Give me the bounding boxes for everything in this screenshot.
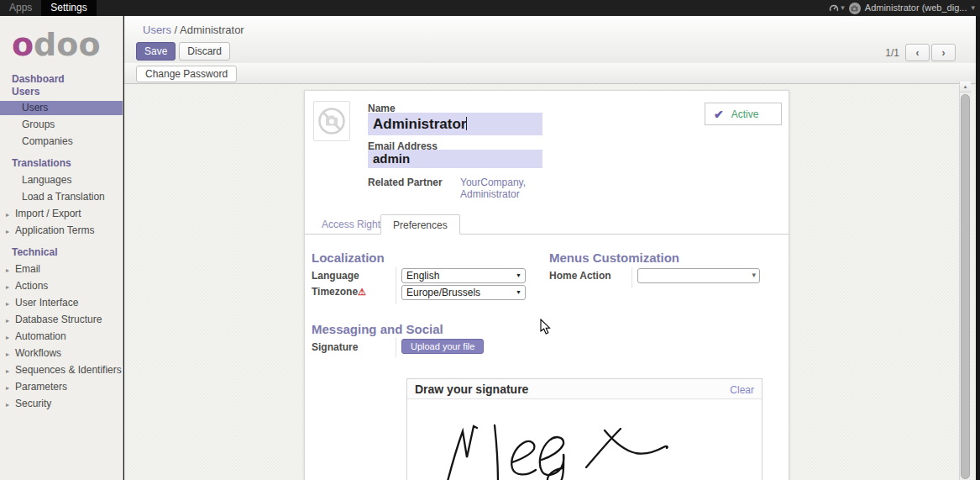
notebook-tabs: Access Rights Preferences [305,214,789,235]
avatar[interactable] [849,3,861,14]
sidebar-item-workflows[interactable]: ▸Workflows [0,346,123,361]
sidebar-item-database-structure[interactable]: ▸Database Structure [0,313,123,327]
text-cursor [466,117,467,130]
sidebar-item-security[interactable]: ▸Security [0,397,123,411]
sidebar-item-load-translation[interactable]: Load a Translation [0,190,123,204]
select-caret-icon: ▼ [516,289,521,295]
topbar: Apps Settings ▾ Administrator (web_dig..… [0,0,980,16]
odoo-logo[interactable]: odoo [0,16,123,70]
sidebar-item-application-terms[interactable]: ▸Application Terms [0,224,123,238]
breadcrumb-current: Administrator [180,24,244,36]
topbar-menu-apps[interactable]: Apps [0,0,41,16]
user-image-placeholder[interactable] [313,101,350,141]
vertical-scrollbar[interactable]: ▲ [959,82,971,480]
chevron-down-icon: ▾ [841,0,845,16]
expand-caret-icon: ▸ [6,315,9,326]
field-separator [631,267,632,287]
sidebar-menu: Dashboard Users Users Groups Companies T… [0,73,123,411]
signature-drawing [407,399,762,480]
pager-next-button[interactable]: › [931,44,956,61]
email-input[interactable]: admin [368,150,542,168]
form-statusbar: Change Password [124,63,976,84]
sidebar-item-user-interface[interactable]: ▸User Interface [0,296,123,310]
sidebar-item-groups[interactable]: Groups [0,118,123,132]
name-value: Administrator [373,116,466,132]
sidebar-item-email[interactable]: ▸Email [0,262,123,277]
save-button[interactable]: Save [136,42,176,61]
signature-panel: Draw your signature Clear [406,378,763,480]
sidebar-item-label: Parameters [15,381,67,393]
signature-panel-header: Draw your signature Clear [407,379,762,399]
breadcrumb-users-link[interactable]: Users [143,24,171,36]
expand-caret-icon: ▸ [6,332,9,343]
timezone-value: Europe/Brussels [406,287,480,298]
pager-value: 1/1 [885,47,899,59]
odoo-app-window: Apps Settings ▾ Administrator (web_dig..… [0,0,980,480]
sidebar-item-label: Security [15,398,51,409]
sidebar-item-parameters[interactable]: ▸Parameters [0,380,123,394]
related-partner-label: Related Partner [368,177,443,188]
chevron-down-icon: ▾ [971,0,975,16]
sidebar-item-label: Automation [15,330,66,342]
sidebar-item-label: Application Terms [15,224,95,236]
tab-access-rights[interactable]: Access Rights [322,219,385,230]
sidebar-section-technical: Technical [0,245,123,260]
mouse-pointer-icon [540,319,551,335]
camera-icon [851,5,858,12]
sidebar-item-sequences-identifiers[interactable]: ▸Sequences & Identifiers [0,363,123,377]
form-view-area: Name Administrator Email Address admin R… [124,84,976,480]
home-action-select[interactable]: ▾ [637,268,760,283]
expand-caret-icon: ▸ [6,399,9,410]
discard-button[interactable]: Discard [179,42,230,61]
sidebar-item-languages[interactable]: Languages [0,173,123,187]
control-panel: Users / Administrator Save Discard 1/1 ‹… [124,16,976,63]
related-partner-link[interactable]: YourCompany, Administrator [460,177,531,200]
desktop-edge [976,16,980,480]
sidebar-item-users-root[interactable]: Users [0,86,123,98]
language-label: Language [312,270,359,282]
expand-caret-icon: ▸ [6,382,9,393]
scroll-up-arrow[interactable]: ▲ [960,82,971,92]
user-menu[interactable]: Administrator (web_dig... [865,0,967,16]
expand-caret-icon: ▸ [6,265,9,276]
gauge-icon [829,3,839,13]
name-input[interactable]: Administrator [368,113,542,135]
signature-canvas[interactable] [407,399,762,480]
sidebar-item-users[interactable]: Users [0,101,123,115]
logo-letter: o [12,26,34,63]
signature-clear-link[interactable]: Clear [730,384,754,396]
field-separator [396,337,396,357]
pager: 1/1 ‹ › [885,44,956,61]
signature-label: Signature [312,341,358,353]
menus-customization-title: Menus Customization [549,251,679,265]
breadcrumb-separator: / [175,24,178,36]
check-icon: ✔ [714,108,724,121]
sidebar-item-label: Email [15,263,40,275]
sidebar-item-actions[interactable]: ▸Actions [0,279,123,293]
planner-gauge-menu[interactable]: ▾ [829,0,845,16]
sidebar-item-import-export[interactable]: ▸Import / Export [0,207,123,221]
expand-caret-icon: ▸ [6,366,9,377]
timezone-select[interactable]: Europe/Brussels ▼ [401,285,526,300]
sidebar-item-label: Database Structure [15,314,102,325]
sidebar-item-dashboard[interactable]: Dashboard [0,73,123,86]
sidebar-item-label: Import / Export [15,208,81,219]
camera-slash-icon [317,106,347,136]
sidebar: odoo Dashboard Users Users Groups Compan… [0,16,123,480]
topbar-menu-settings[interactable]: Settings [41,0,96,16]
change-password-button[interactable]: Change Password [136,66,237,82]
pager-previous-button[interactable]: ‹ [905,44,930,61]
expand-caret-icon: ▸ [6,282,9,293]
tab-preferences[interactable]: Preferences [380,214,460,235]
active-checkbox[interactable]: ✔ Active [705,103,782,125]
language-select[interactable]: English ▼ [401,268,526,283]
form-sheet: Name Administrator Email Address admin R… [304,90,789,480]
scrollbar-thumb[interactable] [961,94,970,479]
signature-panel-title: Draw your signature [415,382,528,396]
sidebar-item-automation[interactable]: ▸Automation [0,330,123,344]
field-separator [396,267,396,304]
select-caret-icon: ▼ [516,272,521,278]
sidebar-item-companies[interactable]: Companies [0,135,123,149]
upload-file-button[interactable]: Upload your file [401,339,484,354]
warning-icon: ⚠ [358,287,366,297]
